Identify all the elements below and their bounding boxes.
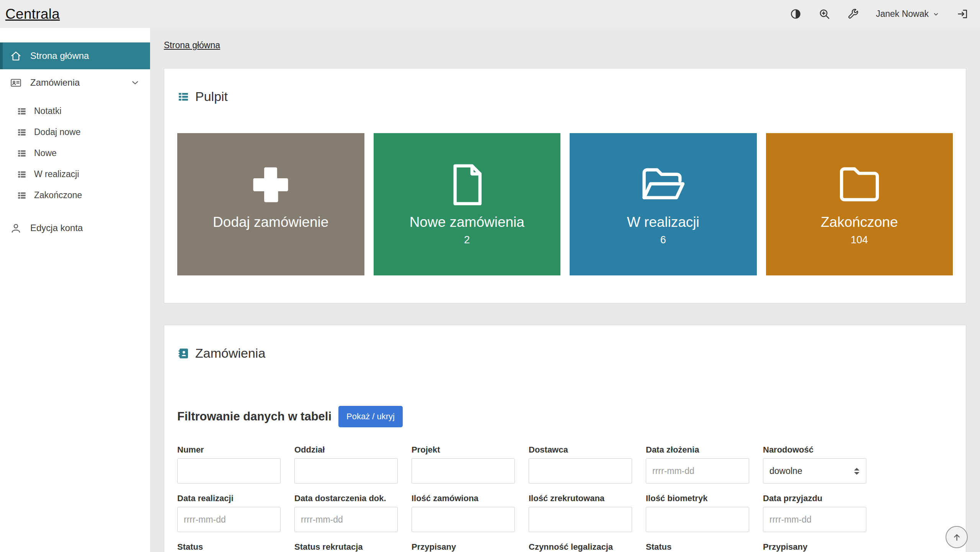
sidebar-item-label: Nowe xyxy=(34,148,57,158)
filter-input-4[interactable] xyxy=(646,458,749,484)
filter-input-0[interactable] xyxy=(177,458,281,484)
sidebar-item-label: Edycja konta xyxy=(30,223,83,233)
sidebar-submenu: Notatki Dodaj nowe Nowe W realizacji Zak… xyxy=(0,96,150,206)
folder-icon xyxy=(835,160,884,210)
filter-field-label: Ilość biometryk xyxy=(646,493,749,503)
filter-field-label: Ilość zamówiona xyxy=(412,493,515,503)
list-icon xyxy=(17,127,27,137)
tile-dodaj-zamowienie[interactable]: Dodaj zamówienie xyxy=(177,133,364,275)
filter-field-label: Projekt xyxy=(412,445,515,455)
user-name: Janek Nowak xyxy=(876,9,929,19)
filter-field-2: Projekt xyxy=(412,445,515,484)
sidebar-item-label: Zakończone xyxy=(34,190,82,200)
sidebar-item-label: Strona główna xyxy=(30,50,89,61)
page-title: Pulpit xyxy=(195,89,228,104)
filter-field-label: Numer xyxy=(177,445,281,455)
list-icon xyxy=(177,91,189,103)
breadcrumb-link[interactable]: Strona główna xyxy=(164,40,220,50)
sidebar-item-zamowienia[interactable]: Zamówienia xyxy=(0,69,150,96)
brand-link[interactable]: Centrala xyxy=(5,6,60,22)
filter-field-label: Przypisany xyxy=(763,542,866,552)
filter-field-label: Ilość zrekrutowana xyxy=(529,493,632,503)
sidebar-item-nowe[interactable]: Nowe xyxy=(0,143,150,164)
filter-title: Filtrowanie danych w tabeli xyxy=(177,410,332,423)
tile-w-realizacji[interactable]: W realizacji 6 xyxy=(570,133,757,275)
logout-icon[interactable] xyxy=(957,8,969,20)
content-shell: Strona główna Zamówienia Notatki Dodaj n… xyxy=(0,28,980,552)
sidebar-item-label: Notatki xyxy=(34,106,62,116)
tile-count: 2 xyxy=(464,234,470,246)
filter-field-label: Status rekrutacja xyxy=(294,542,398,552)
user-menu[interactable]: Janek Nowak xyxy=(876,9,940,19)
filter-field-label: Dostawca xyxy=(529,445,632,455)
filter-field-7: Data dostarczenia dok. xyxy=(294,493,398,532)
filter-grid: NumerOddziałProjektDostawcaData złożenia… xyxy=(177,445,953,552)
contrast-icon[interactable] xyxy=(790,8,802,20)
sidebar-item-label: Zamówienia xyxy=(30,77,80,88)
chevron-down-icon xyxy=(130,78,140,88)
scroll-to-top-button[interactable] xyxy=(946,526,968,548)
filter-field-label: Data przyjazdu xyxy=(763,493,866,503)
filter-field-label: Oddział xyxy=(294,445,398,455)
filter-field-label: Czynność legalizacja xyxy=(529,542,632,552)
tile-label: Zakończone xyxy=(821,214,898,230)
user-icon xyxy=(10,222,22,234)
filter-field-16: Status xyxy=(646,542,749,552)
filter-select-5[interactable]: dowolne xyxy=(763,458,866,484)
filter-input-7[interactable] xyxy=(294,507,398,532)
tile-count: 104 xyxy=(851,234,868,246)
tile-count: 6 xyxy=(660,234,666,246)
filter-field-label: Narodowość xyxy=(763,445,866,455)
orders-card: Zamówienia Filtrowanie danych w tabeli P… xyxy=(164,325,966,552)
filter-field-0: Numer xyxy=(177,445,281,484)
filter-input-1[interactable] xyxy=(294,458,398,484)
filter-field-8: Ilość zamówiona xyxy=(412,493,515,532)
filter-field-10: Ilość biometryk xyxy=(646,493,749,532)
filter-field-15: Czynność legalizacja xyxy=(529,542,632,552)
toggle-filters-button[interactable]: Pokaż / ukryj xyxy=(338,406,403,427)
filter-input-6[interactable] xyxy=(177,507,281,532)
zoom-in-icon[interactable] xyxy=(818,8,830,20)
home-icon xyxy=(10,50,22,62)
id-card-icon xyxy=(10,77,22,89)
sidebar-item-notatki[interactable]: Notatki xyxy=(0,101,150,122)
list-icon xyxy=(17,169,27,179)
sidebar-item-strona-glowna[interactable]: Strona główna xyxy=(0,42,150,69)
filter-header: Filtrowanie danych w tabeli Pokaż / ukry… xyxy=(177,406,953,427)
list-icon xyxy=(17,191,27,200)
main-content: Strona główna Pulpit Dodaj zamówienie xyxy=(150,28,980,552)
filter-input-8[interactable] xyxy=(412,507,515,532)
orders-heading: Zamówienia xyxy=(177,346,953,361)
filter-input-11[interactable] xyxy=(763,507,866,532)
sidebar: Strona główna Zamówienia Notatki Dodaj n… xyxy=(0,28,150,552)
sidebar-item-dodaj-nowe[interactable]: Dodaj nowe xyxy=(0,122,150,143)
filter-field-3: Dostawca xyxy=(529,445,632,484)
sidebar-item-label: Dodaj nowe xyxy=(34,127,80,137)
sidebar-item-label: W realizacji xyxy=(34,169,79,179)
wrench-icon[interactable] xyxy=(847,8,859,20)
filter-field-14: Przypisany xyxy=(412,542,515,552)
breadcrumb: Strona główna xyxy=(164,28,966,50)
filter-field-4: Data złożenia xyxy=(646,445,749,484)
filter-field-label: Data realizacji xyxy=(177,493,281,503)
app-root: Centrala Janek Nowak xyxy=(0,0,980,552)
filter-field-11: Data przyjazdu xyxy=(763,493,866,532)
dashboard-tiles: Dodaj zamówienie Nowe zamówienia 2 xyxy=(177,133,953,275)
list-icon xyxy=(17,148,27,158)
tile-label: Dodaj zamówienie xyxy=(213,214,328,230)
topbar-actions: Janek Nowak xyxy=(790,8,969,20)
section-title: Zamówienia xyxy=(195,346,265,361)
arrow-up-icon xyxy=(952,532,962,542)
sidebar-item-zakonczone[interactable]: Zakończone xyxy=(0,185,150,206)
filter-field-label: Data dostarczenia dok. xyxy=(294,493,398,503)
dashboard-card: Pulpit Dodaj zamówienie Nowe z xyxy=(164,68,966,303)
filter-input-9[interactable] xyxy=(529,507,632,532)
filter-field-9: Ilość zrekrutowana xyxy=(529,493,632,532)
sidebar-item-edycja-konta[interactable]: Edycja konta xyxy=(0,217,150,239)
tile-zakonczone[interactable]: Zakończone 104 xyxy=(766,133,953,275)
filter-input-2[interactable] xyxy=(412,458,515,484)
tile-nowe-zamowienia[interactable]: Nowe zamówienia 2 xyxy=(374,133,561,275)
filter-input-3[interactable] xyxy=(529,458,632,484)
filter-input-10[interactable] xyxy=(646,507,749,532)
sidebar-item-w-realizacji[interactable]: W realizacji xyxy=(0,164,150,185)
